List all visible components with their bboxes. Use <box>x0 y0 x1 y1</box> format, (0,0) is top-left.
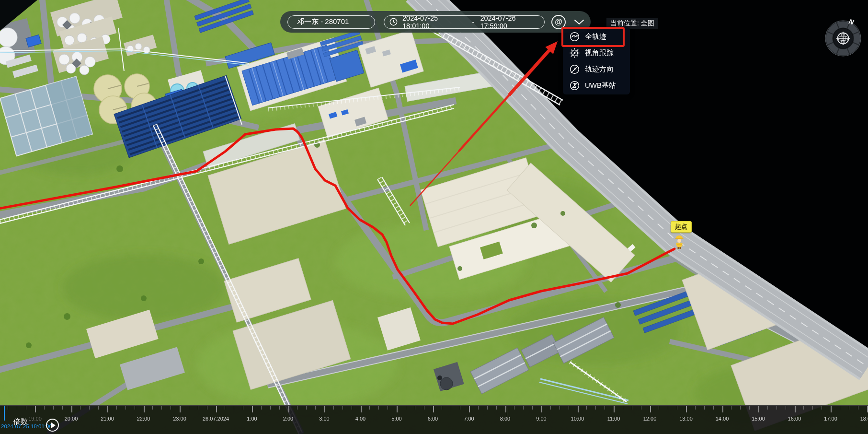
timeline-minor-tick <box>424 406 424 410</box>
person-select[interactable]: 邓一东 - 280701 <box>287 15 375 29</box>
menu-item-label: 视角跟踪 <box>585 48 614 58</box>
start-point-label[interactable]: 起点 <box>671 221 692 233</box>
timeline-minor-tick <box>632 406 632 410</box>
timeline-major-tick <box>216 406 217 412</box>
timeline-minor-tick <box>478 406 479 410</box>
timeline-minor-tick <box>496 406 497 410</box>
speed-multiplier-label[interactable]: 倍数 <box>13 417 28 426</box>
timeline-minor-tick <box>803 406 804 410</box>
timeline-hour-label: 15:00 <box>752 416 765 422</box>
timeline-minor-tick <box>333 406 334 410</box>
timeline-minor-tick <box>279 406 280 410</box>
timeline-minor-tick <box>388 406 388 410</box>
timeline-hour-label: 18:00 <box>860 416 868 422</box>
timeline-minor-tick <box>261 406 262 410</box>
timeline-hour-label: 16:00 <box>788 416 801 422</box>
menu-item-view-follow[interactable]: 视角跟踪 <box>563 45 630 61</box>
clock-icon <box>389 18 398 26</box>
timeline-minor-tick <box>80 406 80 410</box>
timeline-scrubber[interactable]: 19:0020:0021:0022:0023:0026.07.20241:002… <box>0 405 868 434</box>
timeline-minor-tick <box>352 406 352 410</box>
timeline-minor-tick <box>695 406 696 410</box>
timeline-hour-label: 2:00 <box>283 416 293 422</box>
track-direction-icon <box>569 64 580 75</box>
timeline-hour-label: 9:00 <box>536 416 546 422</box>
timeline-minor-tick <box>415 406 415 410</box>
timeline-minor-tick <box>523 406 524 410</box>
timeline-hour-label: 4:00 <box>355 416 365 422</box>
timeline-cursor[interactable] <box>4 406 5 421</box>
time-range-picker[interactable]: 2024-07-25 18:01:00 - 2024-07-26 17:59:0… <box>384 15 545 29</box>
at-icon: @ <box>555 18 562 26</box>
view-follow-icon <box>569 47 580 59</box>
track-options-menu: 全轨迹 视角跟踪 轨迹方向 <box>563 27 630 94</box>
time-range-separator: - <box>472 18 475 26</box>
timeline-minor-tick <box>623 406 623 410</box>
time-range-end: 2024-07-26 17:59:00 <box>480 14 544 30</box>
person-select-value: 邓一东 - 280701 <box>297 17 349 26</box>
timeline-minor-tick <box>840 406 840 410</box>
timeline-hour-label: 21:00 <box>101 416 114 422</box>
timeline-major-tick <box>469 406 470 412</box>
timeline-minor-tick <box>126 406 126 410</box>
timeline-major-tick <box>35 406 36 412</box>
timeline-minor-tick <box>749 406 750 410</box>
timeline-hour-label: 3:00 <box>319 416 329 422</box>
menu-item-track-direction[interactable]: 轨迹方向 <box>563 61 630 77</box>
timeline-minor-tick <box>297 406 297 410</box>
map-3d-scene[interactable] <box>0 0 868 434</box>
chevron-down-icon[interactable] <box>574 19 584 25</box>
timeline-minor-tick <box>595 406 596 410</box>
worker-figure <box>674 234 684 251</box>
timeline-major-tick <box>361 406 362 412</box>
timeline-hour-label: 10:00 <box>571 416 584 422</box>
timeline-minor-tick <box>713 406 714 410</box>
menu-item-full-track[interactable]: 全轨迹 <box>563 28 630 45</box>
timeline-minor-tick <box>270 406 271 410</box>
compass[interactable]: N <box>821 16 865 60</box>
timeline-major-tick <box>252 406 253 412</box>
timeline-minor-tick <box>343 406 343 410</box>
timeline-minor-tick <box>777 406 777 410</box>
timeline-minor-tick <box>460 406 460 410</box>
timeline-hour-label: 14:00 <box>716 416 729 422</box>
timeline-minor-tick <box>550 406 551 410</box>
timeline-minor-tick <box>8 406 8 410</box>
timeline-minor-tick <box>786 406 786 410</box>
timeline-minor-tick <box>234 406 234 410</box>
timeline-hour-label: 26.07.2024 <box>203 416 229 422</box>
timeline-minor-tick <box>704 406 705 410</box>
timeline-hour-label: 17:00 <box>824 416 837 422</box>
toolbar: 邓一东 - 280701 2024-07-25 18:01:00 - 2024-… <box>280 11 591 33</box>
timeline-major-tick <box>795 406 796 412</box>
timeline-marker-line <box>507 408 507 421</box>
locate-button[interactable]: @ <box>551 15 566 29</box>
timeline-major-tick <box>831 406 832 412</box>
menu-item-uwb-station[interactable]: UWB基站 <box>563 77 630 94</box>
timeline-hour-label: 22:00 <box>137 416 150 422</box>
timeline-major-tick <box>867 406 868 412</box>
timeline-major-tick <box>144 406 145 412</box>
timeline-minor-tick <box>378 406 379 410</box>
timeline-minor-tick <box>487 406 488 410</box>
play-button[interactable] <box>46 419 59 432</box>
timeline-hour-label: 8:00 <box>500 416 510 422</box>
timeline-major-tick <box>650 406 651 412</box>
timeline-hour-label: 23:00 <box>173 416 186 422</box>
timeline-minor-tick <box>659 406 659 410</box>
timeline-minor-tick <box>89 406 90 410</box>
timeline-minor-tick <box>858 406 858 410</box>
timeline-minor-tick <box>225 406 225 410</box>
timeline-minor-tick <box>207 406 207 410</box>
timeline-hour-label: 1:00 <box>247 416 257 422</box>
timeline-minor-tick <box>569 406 569 410</box>
timeline-minor-tick <box>62 406 63 410</box>
menu-item-label: 全轨迹 <box>585 32 606 41</box>
timeline-minor-tick <box>171 406 171 410</box>
timeline-major-tick <box>758 406 759 412</box>
timeline-major-tick <box>686 406 687 412</box>
timeline-minor-tick <box>812 406 813 410</box>
timeline-major-tick <box>722 406 723 412</box>
timeline-major-tick <box>433 406 434 412</box>
timeline-minor-tick <box>605 406 605 410</box>
